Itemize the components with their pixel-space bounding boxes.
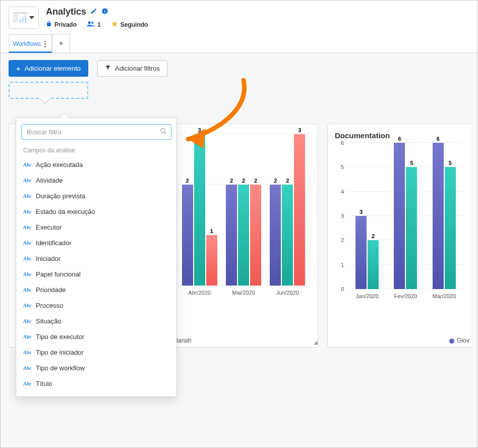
bar: 2 — [368, 240, 379, 289]
bar: 2 — [238, 185, 249, 286]
people-badge[interactable]: 1 — [87, 21, 101, 28]
filter-option[interactable]: AbcTipo de iniciador — [21, 345, 171, 360]
filter-search-input[interactable] — [26, 128, 160, 136]
bar-value-label: 3 — [298, 127, 301, 133]
filter-option[interactable]: AbcDuração prevista — [21, 188, 171, 204]
abc-field-type-icon: Abc — [23, 162, 32, 167]
abc-field-type-icon: Abc — [23, 350, 32, 355]
bar: 3 — [194, 134, 205, 286]
filter-option[interactable]: AbcProcesso — [21, 298, 171, 313]
add-element-button[interactable]: + Adicionar elemento — [9, 60, 88, 77]
legend-label: Giov — [457, 337, 469, 344]
filter-option-label: Estado da execução — [36, 208, 95, 215]
bar-value-label: 2 — [242, 178, 245, 184]
filter-option[interactable]: AbcPrioridade — [21, 282, 171, 298]
bar-value-label: 2 — [186, 178, 189, 184]
bar-value-label: 6 — [398, 136, 401, 142]
bar: 2 — [250, 185, 261, 286]
dashboard-thumbnail-selector[interactable] — [9, 7, 39, 29]
filter-option-label: Papel funcional — [36, 270, 81, 278]
svg-rect-1 — [13, 15, 18, 17]
svg-line-13 — [164, 132, 166, 134]
abc-field-type-icon: Abc — [23, 271, 32, 277]
abc-field-type-icon: Abc — [23, 193, 32, 199]
y-axis-tick: 1 — [341, 262, 344, 268]
edit-icon[interactable] — [90, 8, 97, 16]
abc-field-type-icon: Abc — [23, 318, 32, 324]
chevron-down-icon — [29, 16, 34, 19]
filter-option[interactable]: AbcAção executada — [21, 157, 171, 173]
bar: 2 — [282, 185, 293, 286]
tab-menu-icon[interactable] — [43, 41, 47, 47]
abc-field-type-icon: Abc — [23, 256, 32, 261]
y-axis-tick: 0 — [341, 286, 344, 292]
filter-option[interactable]: AbcExecutor — [21, 219, 171, 235]
chart-card-documentation: Documentation 0123456326565Jan/2020Fev/2… — [327, 124, 471, 348]
privacy-badge[interactable]: Privado — [46, 21, 77, 28]
bar: 1 — [206, 235, 217, 286]
resize-handle-icon[interactable]: ◢ — [314, 340, 316, 345]
filter-option[interactable]: AbcIdentificador — [21, 235, 171, 251]
add-filter-label: Adicionar filtros — [115, 65, 160, 72]
bar: 2 — [226, 185, 237, 286]
y-axis-tick: 5 — [341, 164, 344, 170]
filter-option[interactable]: AbcEstado da execução — [21, 204, 171, 219]
filter-option[interactable]: AbcAtividade — [21, 173, 171, 188]
filter-dropdown-panel: Campos da análise AbcAção executadaAbcAt… — [16, 118, 177, 397]
bar-value-label: 6 — [437, 136, 440, 142]
filter-option-label: Ação executada — [36, 161, 83, 169]
tab-workflows[interactable]: Workflows — [9, 34, 52, 53]
bar: 6 — [394, 143, 405, 289]
search-icon — [160, 128, 167, 136]
people-count: 1 — [97, 21, 101, 28]
svg-point-12 — [161, 129, 165, 133]
bar-value-label: 2 — [254, 178, 257, 184]
filter-option-label: Situação — [36, 317, 62, 325]
y-axis-tick: 2 — [341, 237, 344, 243]
abc-field-type-icon: Abc — [23, 178, 32, 183]
bar-value-label: 1 — [210, 228, 213, 234]
filter-option-label: Tipo de executor — [36, 333, 84, 341]
plus-icon: + — [16, 65, 21, 72]
filter-option[interactable]: AbcTipo de workflow — [21, 360, 171, 376]
people-icon — [87, 21, 95, 28]
x-axis-label: Mai/2020 — [221, 286, 265, 301]
bar: 3 — [355, 216, 367, 289]
add-filter-button[interactable]: Adicionar filtros — [97, 60, 167, 77]
bar-value-label: 2 — [286, 178, 289, 184]
abc-field-type-icon: Abc — [23, 240, 32, 246]
filter-option-label: Tipo de workflow — [36, 364, 85, 372]
bar: 2 — [182, 185, 193, 286]
info-icon[interactable] — [101, 8, 108, 16]
add-tab-button[interactable]: + — [52, 34, 70, 52]
page-title: Analytics — [46, 7, 86, 17]
svg-rect-5 — [22, 17, 24, 23]
filter-option[interactable]: AbcTítulo — [21, 376, 171, 391]
filter-option[interactable]: AbcSituação — [21, 313, 171, 329]
bar-value-label: 3 — [360, 209, 363, 215]
y-axis-tick: 6 — [341, 140, 344, 146]
abc-field-type-icon: Abc — [23, 287, 32, 293]
abc-field-type-icon: Abc — [23, 334, 32, 340]
abc-field-type-icon: Abc — [23, 209, 32, 214]
filter-option[interactable]: AbcPapel funcional — [21, 266, 171, 282]
filter-option-label: Prioridade — [36, 286, 66, 294]
bar: 6 — [433, 143, 444, 289]
filter-placeholder-slot[interactable] — [9, 82, 88, 99]
bar: 3 — [294, 134, 305, 286]
filter-option[interactable]: AbcTipo de executor — [21, 329, 171, 345]
filter-option-label: Processo — [36, 302, 63, 309]
filter-search-field[interactable] — [21, 124, 171, 140]
filter-icon — [105, 65, 111, 72]
privacy-label: Privado — [54, 21, 77, 28]
abc-field-type-icon: Abc — [23, 225, 32, 230]
chart-right-legend: Giov — [328, 337, 471, 344]
svg-rect-8 — [104, 11, 105, 13]
svg-rect-9 — [104, 10, 105, 10]
bar-value-label: 2 — [230, 178, 233, 184]
follow-badge[interactable]: Seguindo — [111, 20, 148, 29]
follow-label: Seguindo — [121, 21, 148, 28]
bar-value-label: 5 — [449, 160, 452, 166]
filter-option-label: Iniciador — [36, 255, 61, 262]
filter-option[interactable]: AbcIniciador — [21, 251, 171, 266]
